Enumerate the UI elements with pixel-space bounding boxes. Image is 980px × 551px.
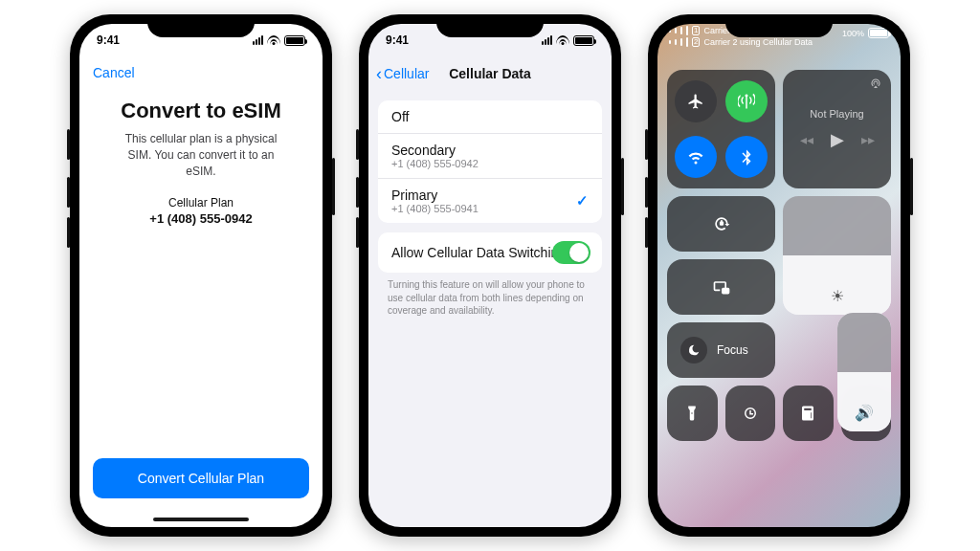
row-primary-number: +1 (408) 555-0941 [391, 203, 589, 214]
nav-bar: Cancel [79, 56, 323, 89]
signal-2-icon [669, 37, 688, 47]
cellular-signal-icon [542, 35, 552, 45]
battery-percent: 100% [842, 29, 864, 38]
wifi-icon [687, 148, 704, 165]
switching-toggle[interactable] [552, 241, 590, 264]
brightness-icon: ☀︎ [783, 287, 891, 305]
nav-title: Cellular Data [368, 66, 612, 81]
screen-control-center: 1 Carrier 1 5G 2 Carrier 2 using Cellula… [657, 24, 901, 527]
checkmark-icon: ✓ [576, 192, 589, 209]
home-indicator[interactable] [153, 518, 249, 521]
orientation-lock-button[interactable] [667, 196, 775, 252]
row-off-label: Off [391, 109, 589, 124]
wifi-button[interactable] [675, 136, 717, 178]
plan-select-group: Off Secondary +1 (408) 555-0942 Primary … [378, 100, 602, 223]
calculator-icon [799, 405, 816, 422]
timer-icon [742, 405, 759, 422]
plan-label: Cellular Plan [79, 196, 323, 209]
notch [147, 14, 255, 37]
battery-icon [868, 28, 889, 38]
forward-icon[interactable]: ▸▸ [861, 132, 875, 147]
bluetooth-button[interactable] [725, 136, 768, 178]
status-time: 9:41 [386, 33, 409, 47]
convert-plan-button[interactable]: Convert Cellular Plan [93, 458, 309, 498]
media-title: Not Playing [810, 108, 863, 120]
focus-label: Focus [717, 343, 748, 357]
bluetooth-icon [738, 148, 755, 165]
timer-button[interactable] [725, 386, 776, 441]
notch [436, 14, 544, 37]
sim-1-badge: 1 [692, 26, 700, 35]
row-off[interactable]: Off [378, 100, 602, 133]
screen-mirroring-icon [712, 277, 731, 297]
cancel-button[interactable]: Cancel [93, 65, 135, 80]
brightness-slider[interactable]: ☀︎ [783, 196, 891, 315]
battery-icon [284, 35, 305, 46]
connectivity-module[interactable] [667, 70, 775, 188]
airplane-icon [687, 93, 704, 110]
antenna-icon [738, 93, 755, 110]
carrier-2-label: Carrier 2 using Cellular Data [703, 37, 813, 47]
media-module[interactable]: Not Playing ◂◂ ▶ ▸▸ [783, 70, 891, 188]
switching-group: Allow Cellular Data Switching [378, 232, 602, 273]
flashlight-icon [683, 405, 701, 422]
moon-icon [680, 337, 707, 364]
volume-slider[interactable]: 🔊 [837, 313, 891, 431]
notch [725, 14, 833, 37]
phone-control-center: 1 Carrier 1 5G 2 Carrier 2 using Cellula… [648, 14, 910, 537]
signal-1-icon [669, 26, 688, 35]
airplay-icon[interactable] [870, 77, 881, 89]
cellular-data-button[interactable] [725, 80, 768, 122]
row-secondary[interactable]: Secondary +1 (408) 555-0942 [378, 133, 602, 178]
screen-cellular-data: 9:41 ‹ Cellular Cellular Data Off Second… [368, 24, 612, 527]
status-time: 9:41 [97, 33, 120, 47]
phone-convert-esim: 9:41 Cancel Convert to eSIM This cellula… [70, 14, 332, 537]
row-primary-label: Primary [391, 187, 589, 203]
play-icon[interactable]: ▶ [831, 129, 844, 150]
battery-icon [573, 35, 594, 46]
calculator-button[interactable] [783, 386, 834, 441]
wifi-icon [267, 35, 280, 45]
airplane-mode-button[interactable] [675, 80, 717, 122]
cellular-signal-icon [253, 35, 263, 45]
plan-number: +1 (408) 555-0942 [79, 211, 323, 226]
nav-bar: ‹ Cellular Cellular Data [368, 56, 612, 91]
switching-label: Allow Cellular Data Switching [391, 245, 566, 260]
lock-rotation-icon [712, 214, 731, 233]
focus-button[interactable]: Focus [667, 322, 775, 378]
wifi-icon [556, 35, 569, 45]
page-description: This cellular plan is a physical SIM. Yo… [112, 131, 290, 179]
row-switching[interactable]: Allow Cellular Data Switching [378, 232, 602, 273]
row-primary[interactable]: Primary +1 (408) 555-0941 ✓ [378, 178, 602, 223]
phone-cellular-data: 9:41 ‹ Cellular Cellular Data Off Second… [359, 14, 621, 537]
screen-convert-esim: 9:41 Cancel Convert to eSIM This cellula… [79, 24, 323, 527]
row-secondary-number: +1 (408) 555-0942 [391, 158, 589, 169]
sim-2-badge: 2 [692, 37, 700, 47]
page-title: Convert to eSIM [99, 99, 303, 123]
rewind-icon[interactable]: ◂◂ [800, 132, 813, 147]
volume-icon: 🔊 [837, 404, 891, 422]
row-secondary-label: Secondary [391, 143, 589, 158]
screen-mirroring-button[interactable] [667, 259, 775, 315]
flashlight-button[interactable] [667, 386, 718, 441]
switching-footer: Turning this feature on will allow your … [368, 273, 612, 323]
